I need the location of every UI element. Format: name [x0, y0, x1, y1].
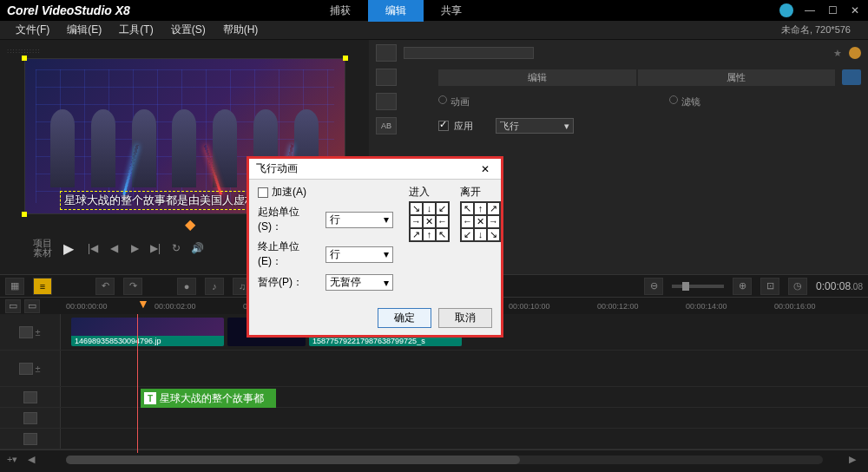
play-button[interactable]: ▶: [57, 237, 80, 259]
voice-track: [0, 408, 868, 429]
ruler-playhead-icon[interactable]: ▼: [137, 297, 149, 311]
zoom-out-button[interactable]: ⊖: [644, 278, 663, 295]
redo-button[interactable]: ↷: [123, 278, 142, 295]
enter-nw[interactable]: ↘: [410, 202, 423, 215]
preview-handle-dots[interactable]: ::::::::::::: [7, 47, 362, 55]
playhead-line[interactable]: [137, 314, 138, 453]
enter-s[interactable]: ↑: [423, 228, 436, 241]
zoom-slider[interactable]: [672, 285, 724, 288]
loop-button[interactable]: ↻: [168, 240, 184, 256]
leave-n[interactable]: ↑: [474, 202, 487, 215]
enter-sw[interactable]: ↗: [410, 228, 423, 241]
enter-w[interactable]: →: [410, 215, 423, 228]
expand-button[interactable]: [842, 69, 861, 85]
fit-button[interactable]: ⊡: [760, 278, 779, 295]
enter-direction-grid: ↘↓↙ →✕← ↗↑↖: [409, 201, 450, 242]
timecode-display[interactable]: 0:00:08.08: [816, 280, 863, 292]
prev-frame-button[interactable]: ◀: [106, 240, 122, 256]
menu-settings[interactable]: 设置(S): [162, 23, 214, 37]
record-button[interactable]: ●: [177, 278, 196, 295]
animation-type-dropdown[interactable]: 飞行▾: [496, 118, 574, 134]
ruler-toggle-2[interactable]: ▭: [24, 299, 40, 313]
zoom-in-button[interactable]: ⊕: [733, 278, 752, 295]
ok-button[interactable]: 确定: [378, 308, 431, 328]
music-track-head[interactable]: [0, 429, 61, 449]
media-icon[interactable]: [376, 69, 397, 86]
goto-start-button[interactable]: |◀: [85, 240, 101, 256]
leave-direction-grid: ↖↑↗ ←✕→ ↙↓↘: [460, 201, 501, 242]
opt-anim[interactable]: 动画: [450, 95, 470, 108]
globe-icon[interactable]: [779, 3, 793, 17]
disc-icon[interactable]: [849, 47, 861, 59]
scroll-left-button[interactable]: ◀: [28, 454, 40, 466]
voice-track-body[interactable]: [61, 408, 868, 428]
leave-e[interactable]: →: [487, 215, 500, 228]
enter-e[interactable]: ←: [436, 215, 449, 228]
leave-nw[interactable]: ↖: [461, 202, 474, 215]
menu-edit[interactable]: 编辑(E): [58, 23, 110, 37]
leave-w[interactable]: ←: [461, 215, 474, 228]
title-icon[interactable]: AB: [376, 117, 397, 134]
overlay-track-body[interactable]: [61, 351, 868, 386]
scroll-right-button[interactable]: ▶: [849, 454, 861, 466]
apply-checkbox[interactable]: [438, 121, 449, 131]
dialog-close-button[interactable]: ✕: [477, 163, 494, 175]
volume-button[interactable]: 🔊: [189, 240, 205, 256]
minimize-button[interactable]: —: [804, 4, 816, 16]
ruler-toggle-1[interactable]: ▭: [5, 299, 21, 313]
playback-mode[interactable]: 项目素材: [33, 239, 52, 258]
video-clip-1[interactable]: 146989358530094796.jp: [71, 318, 224, 346]
title-track-body[interactable]: T 星球大战的整个故事都: [61, 387, 868, 407]
overlay-track-head[interactable]: ±: [0, 351, 61, 386]
timeline-scrollbar[interactable]: [66, 456, 823, 464]
subtab-attr[interactable]: 属性: [638, 69, 836, 86]
enter-se[interactable]: ↖: [436, 228, 449, 241]
accelerate-checkbox[interactable]: [258, 187, 268, 198]
music-track: [0, 429, 868, 449]
undo-button[interactable]: ↶: [95, 278, 115, 295]
storyboard-view-button[interactable]: ▦: [5, 278, 24, 295]
tab-capture[interactable]: 捕获: [312, 0, 368, 22]
start-unit-select[interactable]: 行▾: [326, 212, 393, 228]
project-info: 未命名, 720*576: [781, 23, 861, 36]
timeline-view-button[interactable]: ≡: [33, 278, 52, 295]
video-track-head[interactable]: ±: [0, 314, 61, 350]
overlay-track: ±: [0, 351, 868, 387]
leave-c[interactable]: ✕: [474, 215, 487, 228]
enter-ne[interactable]: ↙: [436, 202, 449, 215]
clock-icon[interactable]: ◷: [788, 278, 807, 295]
tab-edit[interactable]: 编辑: [368, 0, 424, 22]
voice-track-head[interactable]: [0, 408, 61, 428]
transition-icon[interactable]: [376, 93, 397, 110]
opt-filter[interactable]: 滤镜: [681, 95, 700, 108]
tab-share[interactable]: 共享: [424, 0, 479, 22]
dialog-titlebar[interactable]: 飞行动画 ✕: [249, 159, 501, 180]
enter-c[interactable]: ✕: [423, 215, 436, 228]
pause-select[interactable]: 无暂停▾: [326, 274, 393, 291]
library-icon[interactable]: [376, 44, 397, 62]
end-unit-select[interactable]: 行▾: [326, 246, 393, 263]
next-frame-button[interactable]: ▶: [127, 240, 142, 256]
menu-file[interactable]: 文件(F): [7, 23, 58, 37]
scroll-thumb[interactable]: [66, 456, 520, 464]
subtab-edit[interactable]: 编辑: [438, 69, 636, 86]
leave-se[interactable]: ↘: [487, 228, 500, 241]
music-track-body[interactable]: [61, 429, 868, 449]
enter-n[interactable]: ↓: [423, 202, 436, 215]
menu-tools[interactable]: 工具(T): [110, 23, 161, 37]
add-track-button[interactable]: +▾: [7, 454, 19, 466]
maximize-button[interactable]: ☐: [826, 4, 838, 16]
star-icon[interactable]: ★: [833, 48, 842, 59]
category-dropdown[interactable]: [404, 47, 534, 59]
title-clip[interactable]: T 星球大战的整个故事都: [141, 389, 276, 408]
mixer-button[interactable]: ♪: [205, 278, 224, 295]
cancel-button[interactable]: 取消: [438, 308, 492, 328]
leave-ne[interactable]: ↗: [487, 202, 500, 215]
playhead-marker-icon[interactable]: ◆: [185, 216, 195, 233]
leave-s[interactable]: ↓: [474, 228, 487, 241]
goto-end-button[interactable]: ▶|: [148, 240, 163, 256]
close-button[interactable]: ✕: [849, 4, 861, 16]
leave-sw[interactable]: ↙: [461, 228, 474, 241]
title-track-head[interactable]: [0, 387, 61, 407]
menu-help[interactable]: 帮助(H): [214, 23, 267, 37]
